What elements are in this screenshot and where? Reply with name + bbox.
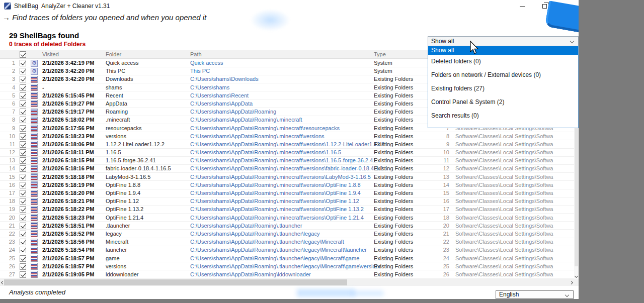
filter-option-selected[interactable]: Show all — [428, 46, 578, 55]
table-row[interactable]: 21 2/1/2026 5:18:51 PM .tlauncher C:\Use… — [0, 222, 574, 230]
minimize-button[interactable] — [511, 0, 533, 12]
table-row[interactable]: 17 2/1/2026 5:18:20 PM OptiFine 1.9.4 C:… — [0, 189, 574, 197]
row-checkbox[interactable] — [20, 133, 26, 140]
row-checkbox[interactable] — [20, 100, 26, 107]
table-row[interactable]: 15 2/1/2026 5:18:18 PM LabyMod-3-1.16.5 … — [0, 173, 574, 181]
filter-option[interactable]: Folders on network / External devices (0… — [428, 68, 578, 82]
row-checkbox[interactable] — [20, 141, 26, 148]
table-row[interactable]: 22 2/1/2026 5:18:52 PM legacy C:\Users\s… — [0, 230, 574, 238]
system-gear-icon: ⚙ — [31, 68, 38, 75]
registry-path-cell: Software\Classes\Local Settings\Softwa — [455, 165, 553, 172]
folder-cell: Recent — [106, 92, 123, 99]
row-number: 27 — [0, 271, 15, 278]
path-cell: C:\Users\shams\AppData\Roaming\.minecraf… — [190, 149, 341, 156]
header-type[interactable]: Type — [374, 51, 386, 57]
row-checkbox[interactable] — [20, 109, 26, 115]
row-checkbox[interactable] — [20, 84, 26, 91]
header-folder[interactable]: Folder — [106, 51, 121, 57]
table-row[interactable]: 27 2/1/2026 5:19:05 PM lddownloader C:\U… — [0, 270, 574, 278]
row-number: 8 — [0, 116, 15, 124]
row-checkbox[interactable] — [20, 92, 26, 99]
row-checkbox[interactable] — [20, 157, 26, 164]
visited-cell: 2/1/2026 5:18:57 PM — [42, 263, 94, 270]
path-cell: C:\Users\shams\AppData — [190, 100, 253, 108]
scroll-right-arrow-icon[interactable] — [570, 280, 573, 284]
registry-entry-icon — [31, 247, 38, 254]
registry-path-cell: Software\Classes\Local Settings\Softwa — [455, 141, 553, 148]
row-checkbox[interactable] — [20, 68, 26, 74]
filter-dropdown[interactable]: Show all — [428, 36, 579, 46]
table-row[interactable]: 11 2/1/2026 5:18:06 PM 1.12.2-LiteLoader… — [0, 140, 574, 148]
registry-path-cell: Software\Classes\Local Settings\Softwa — [455, 263, 553, 270]
row-number: 26 — [0, 263, 15, 270]
filter-option[interactable]: Control Panel & System (2) — [428, 95, 578, 109]
row-checkbox[interactable] — [20, 271, 26, 278]
row-checkbox[interactable] — [20, 247, 26, 253]
visited-cell: 2/1/2026 5:17:56 PM — [42, 125, 94, 132]
registry-entry-icon — [31, 173, 38, 180]
scroll-down-arrow-icon[interactable] — [574, 274, 578, 278]
row-number: 7 — [0, 108, 15, 116]
filter-option[interactable]: Deleted folders (0) — [428, 55, 578, 68]
type-cell: Existing Folders — [374, 222, 413, 230]
registry-path-cell: Software\Classes\Local Settings\Softwa — [455, 230, 553, 238]
folder-cell: 1.16.5-forge-36.2.41 — [106, 157, 156, 164]
row-checkbox[interactable] — [20, 239, 26, 245]
row-checkbox[interactable] — [20, 263, 26, 270]
row-checkbox[interactable] — [20, 174, 26, 180]
language-dropdown[interactable]: English — [496, 290, 574, 299]
filter-option[interactable]: Search results (0) — [428, 109, 578, 123]
horizontal-scrollbar[interactable] — [0, 279, 579, 286]
row-checkbox[interactable] — [20, 125, 26, 132]
registry-entry-icon — [31, 92, 38, 99]
chevron-down-icon — [570, 39, 574, 43]
folder-cell: versions — [106, 263, 126, 270]
row-checkbox[interactable] — [20, 255, 26, 262]
registry-index-cell: 16 — [430, 197, 449, 205]
type-cell: Existing Folders — [374, 206, 413, 213]
row-number: 21 — [0, 222, 15, 230]
horizontal-scrollbar-thumb[interactable] — [4, 279, 347, 285]
row-checkbox[interactable] — [20, 231, 26, 237]
table-row[interactable]: 10 2/1/2026 5:18:23 PM versions C:\Users… — [0, 132, 574, 140]
chevron-down-icon — [565, 293, 569, 297]
header-path[interactable]: Path — [190, 51, 202, 57]
visited-cell: 2/1/2026 5:18:06 PM — [42, 141, 94, 148]
table-row[interactable]: 19 2/1/2026 5:18:22 PM OptiFine 1.13.2 C… — [0, 206, 574, 214]
table-row[interactable]: 25 2/1/2026 5:18:57 PM game C:\Users\sha… — [0, 254, 574, 262]
row-checkbox[interactable] — [20, 215, 26, 221]
registry-path-cell: Software\Classes\Local Settings\Softwa — [455, 255, 553, 262]
table-row[interactable]: 26 2/1/2026 5:18:57 PM versions C:\Users… — [0, 262, 574, 270]
row-checkbox[interactable] — [20, 60, 26, 66]
filter-option[interactable]: Existing folders (27) — [428, 82, 578, 95]
registry-path-cell: Software\Classes\Local Settings\Softwa — [455, 238, 553, 246]
row-checkbox[interactable] — [20, 117, 26, 123]
row-checkbox[interactable] — [20, 182, 26, 188]
table-row[interactable]: 23 2/1/2026 5:18:56 PM Minecraft C:\User… — [0, 238, 574, 246]
folder-cell: versions — [106, 133, 126, 140]
header-visited[interactable]: Visited — [42, 51, 59, 57]
table-row[interactable]: 13 2/1/2026 5:18:15 PM 1.16.5-forge-36.2… — [0, 157, 574, 165]
row-checkbox[interactable] — [20, 223, 26, 229]
folder-cell: legacy — [106, 230, 122, 238]
row-checkbox[interactable] — [20, 76, 26, 82]
type-cell: Existing Folders — [374, 92, 413, 99]
row-checkbox[interactable] — [20, 206, 26, 213]
registry-entry-icon — [31, 239, 38, 246]
row-checkbox[interactable] — [20, 198, 26, 205]
row-checkbox[interactable] — [20, 149, 26, 156]
select-all-checkbox[interactable] — [20, 51, 26, 58]
row-checkbox[interactable] — [20, 190, 26, 196]
tagline: → Find traces of folders you opened and … — [3, 13, 206, 22]
registry-path-cell: Software\Classes\Local Settings\Softwa — [455, 206, 553, 213]
row-checkbox[interactable] — [20, 165, 26, 172]
table-row[interactable]: 12 2/1/2026 5:18:11 PM 1.16.5 C:\Users\s… — [0, 149, 574, 157]
registry-path-cell: Software\Classes\Local Settings\Softwa — [455, 173, 553, 181]
table-row[interactable]: 18 2/1/2026 5:18:21 PM OptiFine 1.12 C:\… — [0, 197, 574, 206]
table-row[interactable]: 20 2/1/2026 5:18:23 PM OptiFine 1.21.4 C… — [0, 214, 574, 222]
table-row[interactable]: 16 2/1/2026 5:18:19 PM OptiFine 1.8.8 C:… — [0, 181, 574, 189]
table-row[interactable]: 14 2/1/2026 5:18:16 PM fabric-loader-0.1… — [0, 165, 574, 173]
path-cell: Quick access — [190, 59, 223, 67]
table-row[interactable]: 24 2/1/2026 5:18:54 PM launcher C:\Users… — [0, 246, 574, 254]
row-number: 3 — [0, 75, 15, 83]
